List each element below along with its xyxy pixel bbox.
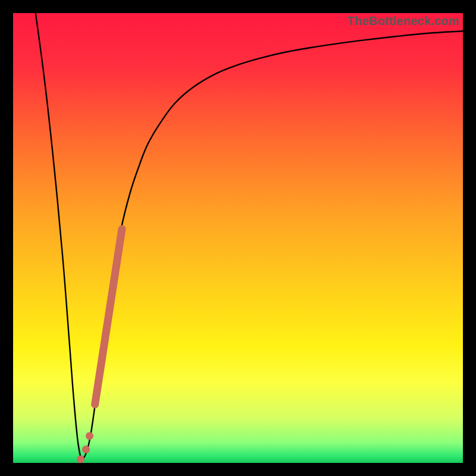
curve-layer xyxy=(13,13,463,463)
highlight-dash-3 xyxy=(77,455,84,463)
chart-frame: TheBottleneck.com xyxy=(0,0,476,476)
highlight-dash-1 xyxy=(86,432,93,440)
plot-area: TheBottleneck.com xyxy=(13,13,463,463)
highlight-dash-2 xyxy=(82,446,90,453)
highlight-annotations xyxy=(77,229,122,463)
watermark-text: TheBottleneck.com xyxy=(347,14,459,28)
highlight-segment-1 xyxy=(95,229,122,405)
